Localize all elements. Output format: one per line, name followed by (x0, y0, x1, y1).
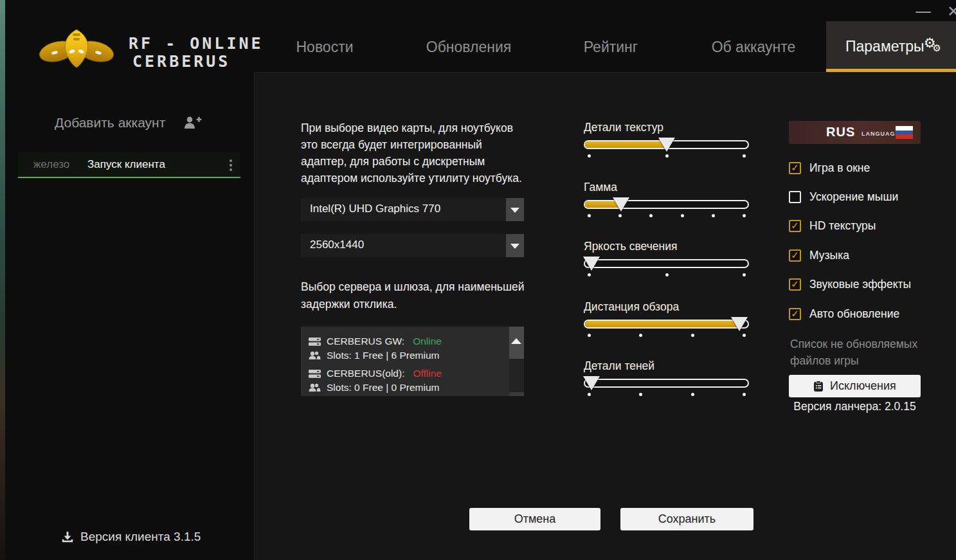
language-sub-label: LANGUAGE (861, 131, 900, 137)
server-icon (309, 369, 321, 379)
scroll-up-button[interactable] (509, 327, 524, 359)
slider-thumb[interactable] (731, 317, 748, 331)
checkbox-icon[interactable]: ✓ (789, 162, 801, 174)
checkbox-icon[interactable]: ✓ (789, 220, 801, 232)
checkbox-icon[interactable]: ✓ (789, 278, 801, 291)
players-icon (309, 383, 321, 392)
server-status: Online (413, 336, 442, 347)
cancel-button[interactable]: Отмена (469, 508, 600, 530)
players-icon (309, 351, 321, 360)
checkbox-label: Музыка (809, 249, 849, 262)
slider-ticks (589, 393, 744, 397)
russia-flag-icon (896, 126, 913, 139)
slider-track[interactable] (584, 320, 749, 329)
checkbox-auto-update[interactable]: ✓ Авто обновление (789, 307, 899, 321)
slider-label: Детали текстур (584, 121, 749, 134)
slider-fill (585, 141, 667, 148)
slider-fill (585, 321, 739, 327)
slider-gamma[interactable]: Гамма (584, 181, 749, 218)
server-item-cerberus-gw[interactable]: CERBERUS GW: Online Slots: 1 Free | 6 Pr… (309, 334, 442, 363)
slider-texture-detail[interactable]: Детали текстур (584, 121, 749, 158)
add-account-label[interactable]: Добавить аккаунт (55, 115, 165, 131)
checkbox-hd-textures[interactable]: ✓ HD текстуры (789, 219, 876, 233)
tab-rating[interactable]: Рейтинг (584, 39, 638, 56)
chevron-down-icon (510, 244, 519, 249)
server-list-scrollbar[interactable] (509, 327, 524, 396)
desktop-background-strip (0, 0, 5, 560)
gpu-dropdown-value: Intel(R) UHD Graphics 770 (310, 203, 440, 215)
slider-view-distance[interactable]: Дистанция обзора (584, 300, 749, 338)
server-name: CERBERUS GW: (327, 336, 404, 347)
video-card-note: При выборе видео карты, для ноутбуков эт… (301, 120, 527, 186)
download-icon (61, 530, 74, 543)
clipboard-icon (813, 381, 824, 392)
slider-ticks (589, 154, 744, 158)
slider-thumb[interactable] (613, 197, 629, 212)
checkbox-label: Звуковые эффекты (809, 278, 911, 291)
save-button-label: Сохранить (658, 512, 716, 526)
exclusions-button[interactable]: Исключения (789, 375, 921, 397)
slider-track[interactable] (584, 259, 749, 268)
account-menu-icon[interactable] (230, 158, 233, 173)
brand-line1: RF - ONLINE (129, 35, 264, 53)
close-button[interactable]: ✕ (947, 3, 956, 21)
checkbox-windowed-mode[interactable]: ✓ Игра в окне (789, 161, 870, 175)
checkbox-music[interactable]: ✓ Музыка (789, 249, 849, 262)
add-account-icon[interactable] (183, 115, 203, 131)
cerberus-logo-icon (37, 27, 116, 69)
language-code: RUS (826, 125, 855, 140)
dropdown-arrow-button[interactable] (506, 198, 524, 221)
account-tab-launch-client[interactable]: Запуск клиента (87, 158, 165, 171)
server-status: Offline (413, 368, 442, 379)
checkbox-sound-effects[interactable]: ✓ Звуковые эффекты (789, 278, 911, 291)
checkbox-label: Авто обновление (809, 307, 899, 321)
slider-track[interactable] (584, 140, 749, 149)
slider-label: Гамма (584, 181, 749, 194)
slider-thumb[interactable] (658, 138, 675, 152)
slider-ticks (589, 334, 744, 338)
slider-track[interactable] (584, 379, 749, 388)
dropdown-arrow-button[interactable] (506, 234, 524, 257)
client-version: Версия клиента 3.1.5 (61, 530, 201, 544)
tab-parameters-label: Параметры (845, 38, 924, 55)
chevron-up-icon (511, 338, 521, 344)
checkbox-label: Игра в окне (809, 161, 870, 175)
checkbox-icon[interactable] (789, 191, 801, 203)
slider-thumb[interactable] (583, 257, 600, 271)
slider-label: Яркость свечения (584, 240, 749, 253)
gears-icon: ⚙⚙ (924, 35, 944, 51)
account-tab-hardware[interactable]: железо (33, 158, 69, 171)
launcher-window: — ✕ RF - ONLINE CERBERUS (0, 0, 956, 560)
minimize-button[interactable]: — (915, 1, 932, 21)
slider-ticks (589, 214, 744, 218)
resolution-dropdown[interactable]: 2560x1440 (301, 234, 524, 257)
slider-thumb[interactable] (583, 376, 600, 390)
account-row[interactable]: железо Запуск клиента (18, 152, 240, 178)
chevron-down-icon (510, 208, 519, 213)
gpu-dropdown[interactable]: Intel(R) UHD Graphics 770 (301, 198, 524, 221)
checkbox-label: HD текстуры (809, 219, 876, 233)
cancel-button-label: Отмена (514, 512, 556, 526)
tab-account[interactable]: Об аккаунте (712, 39, 796, 56)
save-button[interactable]: Сохранить (620, 508, 753, 530)
tab-parameters[interactable]: Параметры ⚙⚙ (826, 21, 956, 72)
brand-line2: CERBERUS (132, 53, 264, 71)
tab-updates[interactable]: Обновления (426, 39, 511, 56)
checkbox-mouse-acceleration[interactable]: Ускорение мыши (789, 190, 898, 204)
slider-shadow-detail[interactable]: Детали теней (584, 359, 749, 397)
slider-label: Детали теней (584, 359, 749, 373)
exclusions-button-label: Исключения (830, 379, 896, 393)
server-item-cerberus-old[interactable]: CERBERUS(old): Offline Slots: 0 Free | 0… (309, 366, 442, 395)
server-list: CERBERUS GW: Online Slots: 1 Free | 6 Pr… (301, 327, 524, 396)
language-button[interactable]: RUS LANGUAGE (789, 121, 921, 144)
checkbox-icon[interactable]: ✓ (789, 249, 801, 262)
client-version-text: Версия клиента 3.1.5 (80, 530, 201, 544)
checkbox-label: Ускорение мыши (809, 190, 898, 204)
slider-glow-brightness[interactable]: Яркость свечения (584, 240, 749, 277)
scrollbar-foot (509, 392, 524, 396)
tab-news[interactable]: Новости (296, 39, 353, 56)
brand-title: RF - ONLINE CERBERUS (129, 35, 264, 71)
slider-track[interactable] (584, 200, 749, 209)
server-name: CERBERUS(old): (327, 368, 404, 379)
checkbox-icon[interactable]: ✓ (789, 308, 801, 320)
